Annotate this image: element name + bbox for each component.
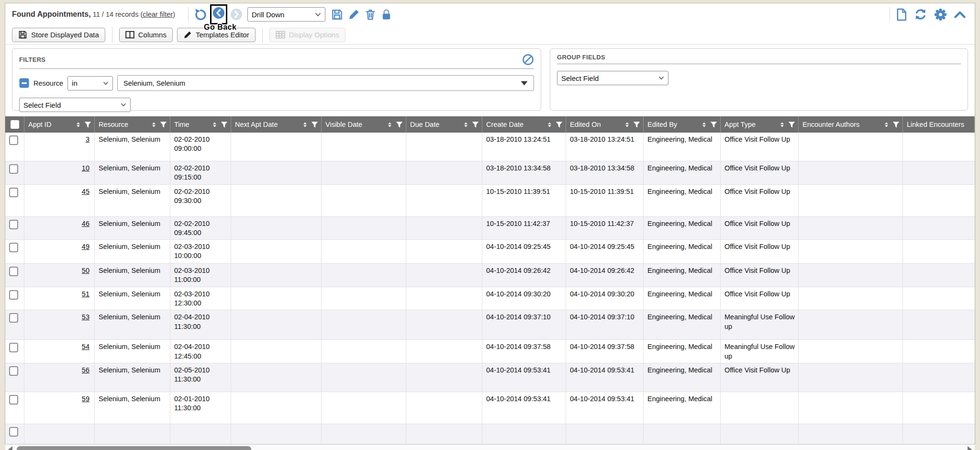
group-field-select[interactable]: Select Field xyxy=(557,71,668,85)
filters-title: FILTERS xyxy=(19,56,45,63)
filter-funnel-icon[interactable] xyxy=(221,121,228,128)
select-all-checkbox[interactable] xyxy=(11,120,19,129)
filter-funnel-icon[interactable] xyxy=(160,121,167,128)
row-checkbox[interactable] xyxy=(9,395,18,405)
appt-id-link[interactable]: 49 xyxy=(82,243,89,250)
column-header[interactable]: Linked Encounters xyxy=(903,116,975,133)
scroll-left-arrow[interactable] xyxy=(8,446,12,450)
filter-value-combobox[interactable]: Selenium, Selenium xyxy=(117,75,534,91)
sort-icon[interactable] xyxy=(883,121,890,128)
settings-gear-icon[interactable] xyxy=(934,8,947,21)
appt-id-link[interactable]: 59 xyxy=(82,395,89,403)
column-header[interactable]: Edited On xyxy=(566,116,644,133)
appt-id-link[interactable]: 10 xyxy=(82,164,89,172)
column-header[interactable]: Edited By xyxy=(644,116,721,133)
filter-operator-select[interactable]: in xyxy=(67,76,113,90)
refresh-icon[interactable] xyxy=(914,8,927,21)
filter-funnel-icon[interactable] xyxy=(396,121,403,128)
cell-next-apt-date xyxy=(231,340,322,363)
column-header[interactable]: Next Apt Date xyxy=(231,116,322,133)
cell-appt-type: Office Visit Follow Up xyxy=(721,240,799,263)
cell-create-date: 10-15-2010 11:42:37 xyxy=(482,217,566,240)
row-checkbox[interactable] xyxy=(9,427,18,437)
filter-funnel-icon[interactable] xyxy=(311,121,318,128)
row-checkbox[interactable] xyxy=(9,135,18,145)
row-checkbox[interactable] xyxy=(9,267,18,276)
row-checkbox[interactable] xyxy=(9,290,18,300)
sort-icon[interactable] xyxy=(462,121,469,128)
column-header[interactable]: Appt Type xyxy=(721,116,799,133)
scrollbar-thumb[interactable] xyxy=(17,446,251,450)
appt-id-link[interactable]: 54 xyxy=(82,343,89,350)
row-checkbox[interactable] xyxy=(9,188,18,197)
column-header[interactable]: Encounter Authors xyxy=(799,116,903,133)
go-back-icon[interactable] xyxy=(212,7,225,19)
cell-appt-id: 51 xyxy=(24,287,95,310)
row-checkbox[interactable] xyxy=(9,366,18,376)
appt-id-link[interactable]: 53 xyxy=(82,313,89,321)
sort-icon[interactable] xyxy=(779,121,786,128)
sort-icon[interactable] xyxy=(546,121,553,128)
filter-funnel-icon[interactable] xyxy=(788,121,795,128)
filter-funnel-icon[interactable] xyxy=(84,121,91,128)
cell-appt-id xyxy=(24,424,95,444)
column-header[interactable]: Appt ID xyxy=(24,116,95,133)
sort-icon[interactable] xyxy=(211,121,218,128)
sort-icon[interactable] xyxy=(150,121,157,128)
cell-create-date: 03-18-2010 13:24:51 xyxy=(482,133,566,161)
sort-icon[interactable] xyxy=(75,121,82,128)
cell-visible-date xyxy=(322,363,406,392)
save-template-icon[interactable] xyxy=(331,9,343,21)
add-filter-field-select[interactable]: Select Field xyxy=(19,98,131,112)
button-toolbar: Store Displayed Data Columns Templates E… xyxy=(5,25,975,45)
appt-id-link[interactable]: 45 xyxy=(82,188,89,195)
column-header[interactable]: Time xyxy=(170,116,231,133)
column-header[interactable]: Visible Date xyxy=(322,116,406,133)
cell-encounter-authors xyxy=(799,310,903,339)
filter-funnel-icon[interactable] xyxy=(556,121,563,128)
cell-encounter-authors xyxy=(799,240,903,263)
filter-funnel-icon[interactable] xyxy=(710,121,717,128)
row-checkbox[interactable] xyxy=(9,343,18,352)
appt-id-link[interactable]: 51 xyxy=(82,290,89,298)
table-row: 10 Selenium, Selenium 02-02-2010 09:15:0… xyxy=(5,161,975,185)
drill-down-select[interactable]: Drill Down xyxy=(247,7,325,22)
cell-edited-on: 10-15-2010 11:39:51 xyxy=(566,185,644,216)
column-header[interactable]: Due Date xyxy=(406,116,482,133)
appt-id-link[interactable]: 50 xyxy=(82,267,89,274)
new-document-icon[interactable] xyxy=(896,8,907,21)
remove-filter-icon[interactable] xyxy=(19,78,29,88)
sort-icon[interactable] xyxy=(701,121,708,128)
sort-icon[interactable] xyxy=(386,121,393,128)
row-checkbox[interactable] xyxy=(9,220,18,229)
sort-icon[interactable] xyxy=(624,121,631,128)
undo-icon[interactable] xyxy=(194,8,207,21)
row-select-cell xyxy=(5,240,24,263)
appt-id-link[interactable]: 56 xyxy=(82,366,89,374)
store-displayed-data-button[interactable]: Store Displayed Data xyxy=(12,28,105,42)
filter-funnel-icon[interactable] xyxy=(892,121,900,128)
column-header[interactable]: Create Date xyxy=(482,116,566,133)
sort-icon[interactable] xyxy=(301,121,309,128)
appt-id-link[interactable]: 3 xyxy=(86,135,89,143)
row-checkbox[interactable] xyxy=(9,243,18,252)
collapse-chevron-up-icon[interactable] xyxy=(954,10,966,19)
lock-template-icon[interactable] xyxy=(381,9,392,21)
dropdown-arrow-icon xyxy=(521,81,528,86)
filter-funnel-icon[interactable] xyxy=(633,121,640,128)
cell-appt-id: 46 xyxy=(24,217,95,240)
scroll-right-arrow[interactable] xyxy=(968,446,972,450)
clear-filters-icon[interactable] xyxy=(522,54,534,66)
clear-filter-link[interactable]: clear filter xyxy=(143,11,173,18)
column-header[interactable]: Resource xyxy=(95,116,170,133)
filter-funnel-icon[interactable] xyxy=(472,121,479,128)
edit-template-icon[interactable] xyxy=(348,9,360,21)
appt-id-link[interactable]: 46 xyxy=(82,220,89,227)
row-checkbox[interactable] xyxy=(9,164,18,174)
go-back-tooltip: Go Back xyxy=(204,23,236,32)
row-checkbox[interactable] xyxy=(9,313,18,323)
cell-linked-encounters xyxy=(903,287,975,310)
column-header-label: Appt Type xyxy=(724,121,756,128)
delete-template-icon[interactable] xyxy=(365,9,376,21)
columns-button[interactable]: Columns xyxy=(119,28,173,42)
